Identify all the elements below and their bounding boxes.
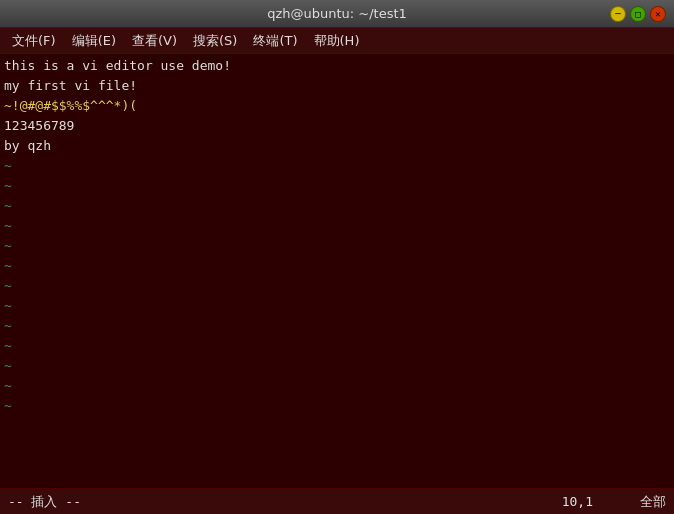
menu-item[interactable]: 帮助(H) [306,30,368,52]
statusbar-mode: -- 插入 -- [8,493,81,511]
terminal-line: ~ [4,196,670,216]
terminal-line: by qzh [4,136,670,156]
titlebar: qzh@ubuntu: ~/test1 ─ □ ✕ [0,0,674,28]
statusbar-position: 10,1 全部 [562,493,666,511]
terminal-line: ~ [4,296,670,316]
maximize-button[interactable]: □ [630,6,646,22]
terminal-line: ~ [4,236,670,256]
menu-item[interactable]: 终端(T) [245,30,305,52]
menu-item[interactable]: 文件(F) [4,30,64,52]
close-button[interactable]: ✕ [650,6,666,22]
terminal-line: ~ [4,336,670,356]
terminal-line: ~ [4,156,670,176]
window-controls: ─ □ ✕ [610,6,666,22]
menu-item[interactable]: 搜索(S) [185,30,245,52]
terminal-line: ~ [4,316,670,336]
terminal-line: ~ [4,376,670,396]
statusbar: -- 插入 -- 10,1 全部 [0,488,674,514]
terminal-line: 123456789 [4,116,670,136]
terminal-line: ~ [4,216,670,236]
terminal-line: ~ [4,396,670,416]
terminal-line: this is a vi editor use demo! [4,56,670,76]
terminal-line: my first vi file! [4,76,670,96]
terminal-line: ~!@#@#$$%%$^^^*)( [4,96,670,116]
terminal-line: ~ [4,176,670,196]
terminal-line: ~ [4,356,670,376]
minimize-button[interactable]: ─ [610,6,626,22]
titlebar-title: qzh@ubuntu: ~/test1 [267,6,407,21]
terminal-line: ~ [4,276,670,296]
menu-item[interactable]: 查看(V) [124,30,185,52]
terminal-content[interactable]: this is a vi editor use demo!my first vi… [0,54,674,488]
menubar: 文件(F)编辑(E)查看(V)搜索(S)终端(T)帮助(H) [0,28,674,54]
menu-item[interactable]: 编辑(E) [64,30,124,52]
terminal-line: ~ [4,256,670,276]
